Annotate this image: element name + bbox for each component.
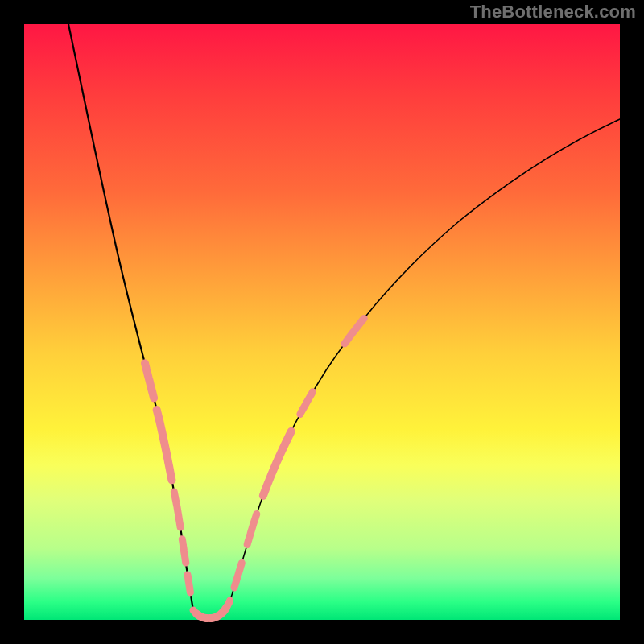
chart-svg	[24, 24, 620, 620]
highlight-segment	[188, 575, 190, 592]
curve-right-branch	[230, 119, 620, 600]
highlight-segment	[174, 492, 180, 527]
highlight-segment	[227, 601, 229, 606]
curve-left-branch	[68, 24, 193, 610]
chart-frame: TheBottleneck.com	[0, 0, 644, 644]
highlight-segment	[247, 514, 257, 545]
highlight-segment	[157, 410, 172, 480]
highlight-segment	[345, 318, 364, 344]
plot-area	[24, 24, 620, 620]
highlight-segment	[145, 363, 154, 398]
highlight-segment	[234, 563, 242, 588]
highlight-segment	[300, 392, 313, 415]
highlight-segment	[182, 539, 186, 563]
watermark: TheBottleneck.com	[470, 2, 636, 23]
highlight-segment	[196, 613, 207, 618]
highlight-segment	[263, 431, 291, 496]
